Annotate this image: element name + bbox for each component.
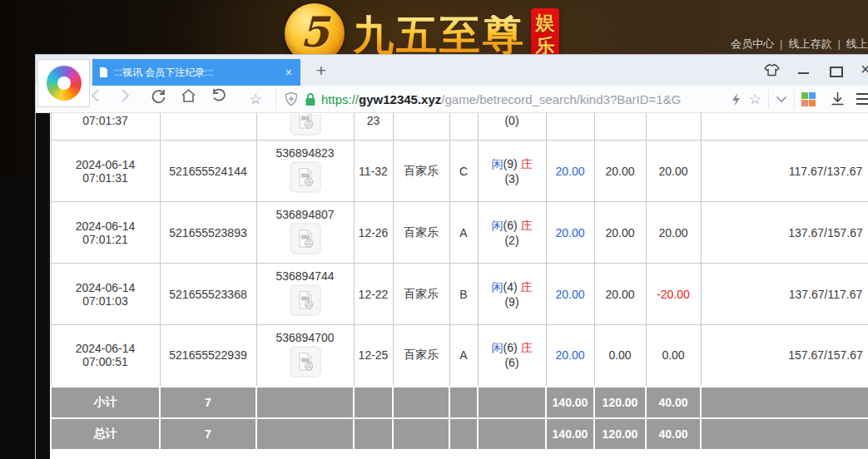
cell-seat: C [449, 141, 478, 202]
game-number: 536894807 [260, 208, 350, 221]
cell-game: 百家乐 [393, 264, 449, 325]
page-left-margin [36, 113, 50, 459]
table-row: 2024-06-1407:01:21 521655523893 53689480… [51, 202, 868, 264]
subtotal-row: 小计 7 140.00 120.00 40.00 [51, 387, 868, 418]
nav-link-withdraw[interactable]: 线上 [846, 37, 868, 50]
cell-winloss [646, 113, 701, 141]
browser-swirl-icon [47, 66, 82, 101]
total-count: 7 [160, 418, 256, 450]
window-minimize-button[interactable] [798, 72, 809, 74]
cell-winloss: -20.00 [646, 264, 701, 325]
cell-table-no: 12-25 [354, 325, 393, 387]
nav-link-member-center[interactable]: 会员中心 [731, 37, 774, 50]
cell-table-no: 12-26 [354, 202, 393, 264]
forward-icon[interactable] [121, 88, 151, 110]
cell-balance [701, 113, 868, 141]
subtotal-winloss: 40.00 [646, 387, 701, 418]
total-winloss: 40.00 [646, 418, 701, 450]
link-separator: | [837, 37, 840, 50]
cell-valid: 0.00 [594, 325, 646, 387]
link-separator: | [780, 37, 782, 50]
address-bar[interactable]: https://gyw12345.xyz/game/betrecord_sear… [275, 88, 761, 110]
cell-table-no: 23 [354, 113, 393, 141]
video-file-icon[interactable] [260, 114, 350, 136]
cell-table-no: 11-32 [354, 141, 393, 202]
cell-seat [449, 113, 478, 141]
toolbar-divider [768, 90, 769, 108]
table-row: 2024-06-1407:00:51 521655522939 53689470… [51, 325, 868, 387]
url-text[interactable]: https://gyw12345.xyz/game/betrecord_sear… [321, 92, 728, 106]
toolbar-divider [794, 90, 795, 108]
cell-game: 百家乐 [393, 325, 449, 387]
shield-icon[interactable] [285, 91, 298, 106]
refresh-icon[interactable] [151, 88, 181, 110]
total-row: 总计 7 140.00 120.00 40.00 [51, 418, 868, 450]
bet-record-table: 07:01:37 23 (0) 2024-06-1407:01:31 [50, 113, 868, 451]
cell-video: 536894700 [256, 325, 354, 387]
brand-title: 九五至尊 [353, 15, 526, 56]
cell-order: 521655524144 [160, 141, 256, 202]
bookmark-star-icon[interactable]: ☆ [749, 92, 761, 106]
cell-video [256, 113, 354, 141]
cell-game [393, 113, 449, 141]
lightning-icon[interactable] [732, 92, 741, 106]
nav-icons: ☆ [91, 88, 270, 110]
page-icon [99, 67, 108, 78]
game-number: 536894700 [260, 331, 350, 344]
cell-balance: 117.67/137.67 [701, 141, 868, 202]
undo-history-icon[interactable] [211, 88, 241, 110]
video-file-icon[interactable] [290, 223, 321, 254]
cell-video: 536894744 [256, 264, 354, 325]
cell-time: 2024-06-1407:00:51 [51, 325, 160, 387]
page-content: 07:01:37 23 (0) 2024-06-1407:01:31 [36, 113, 868, 459]
cell-order: 521655523368 [160, 264, 256, 325]
browser-window: :::视讯 会员下注纪录::: × + × [35, 54, 868, 459]
game-number: 536894744 [260, 269, 350, 283]
total-amount: 140.00 [546, 418, 594, 450]
subtotal-count: 7 [160, 387, 256, 418]
cell-bet: 闲(6) 庄(2) [478, 202, 546, 264]
cell-order [160, 113, 256, 141]
total-valid: 120.00 [594, 418, 646, 450]
browser-logo [37, 59, 90, 107]
cell-amount: 20.00 [546, 202, 594, 264]
cell-valid [594, 113, 646, 141]
url-path: /game/betrecord_search/kind3?BarID=1&G [441, 92, 681, 106]
apps-grid-icon[interactable] [801, 92, 816, 106]
url-protocol: https:// [321, 92, 359, 106]
window-close-button[interactable]: × [861, 60, 868, 79]
cell-amount: 20.00 [546, 141, 594, 202]
download-icon[interactable] [831, 91, 845, 106]
home-icon[interactable] [181, 88, 211, 110]
back-icon[interactable] [91, 88, 121, 110]
cell-time: 2024-06-1407:01:21 [51, 202, 160, 264]
subtotal-valid: 120.00 [594, 387, 646, 418]
cell-video: 536894807 [256, 202, 354, 264]
cell-bet: 闲(9) 庄(3) [478, 141, 546, 202]
cell-seat: A [449, 202, 478, 264]
video-file-icon[interactable] [290, 161, 321, 193]
cell-balance: 137.67/117.67 [701, 264, 868, 325]
menu-icon[interactable] [856, 93, 868, 105]
cell-valid: 20.00 [594, 202, 646, 264]
cell-bet: (0) [478, 113, 546, 141]
game-number: 536894823 [260, 146, 350, 160]
cell-winloss: 20.00 [646, 141, 701, 202]
window-maximize-button[interactable] [830, 67, 843, 77]
cell-order: 521655523893 [160, 202, 256, 264]
favorites-star-icon[interactable]: ☆ [241, 88, 270, 110]
cell-winloss: 0.00 [646, 325, 701, 387]
skin-theme-icon[interactable] [763, 63, 781, 76]
cell-seat: B [449, 264, 478, 325]
chevron-down-icon[interactable] [776, 96, 787, 103]
video-file-icon[interactable] [290, 346, 321, 378]
table-row: 2024-06-1407:01:31 521655524144 53689482… [51, 141, 868, 202]
new-tab-button[interactable]: + [310, 60, 332, 81]
cell-amount [546, 113, 594, 141]
tab-close-icon[interactable]: × [284, 66, 294, 79]
tab-bet-record[interactable]: :::视讯 会员下注纪录::: × [92, 59, 300, 86]
cell-valid: 20.00 [594, 141, 646, 202]
nav-link-deposit[interactable]: 线上存款 [788, 37, 831, 50]
video-file-icon[interactable] [290, 284, 321, 316]
coin-number: 5 [300, 7, 330, 57]
